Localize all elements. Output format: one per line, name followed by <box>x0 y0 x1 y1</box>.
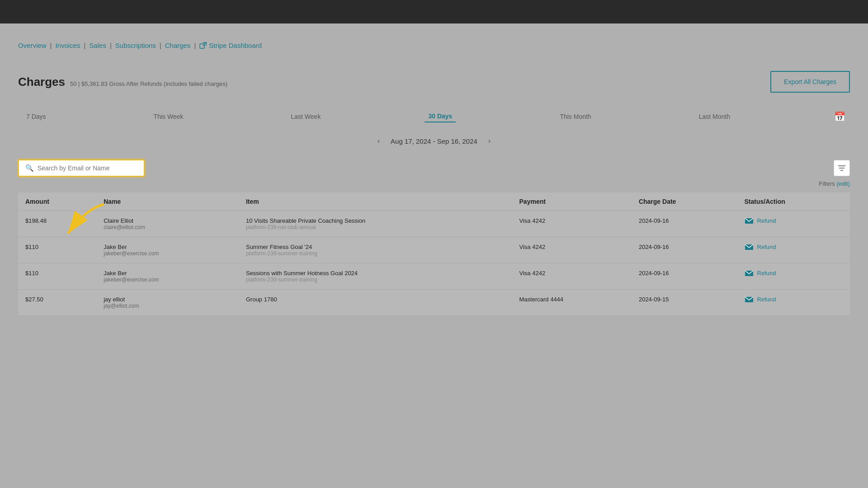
external-link-icon <box>199 42 207 49</box>
charges-meta: 50 | $5,361.83 Gross After Refunds (incl… <box>68 80 227 87</box>
table-row: $110 Jake Ber jakeber@exercise.com Summe… <box>18 237 850 263</box>
nav-overview[interactable]: Overview <box>18 42 47 49</box>
tab-this-week[interactable]: This Week <box>150 111 187 122</box>
tab-last-month[interactable]: Last Month <box>695 111 734 122</box>
cell-date-1: 2024-09-16 <box>632 237 737 263</box>
cell-amount-2: $110 <box>18 263 96 290</box>
table-row: $198.48 Claire Elliot claire@elliot.com … <box>18 211 850 237</box>
cell-amount-0: $198.48 <box>18 211 96 237</box>
search-input[interactable] <box>38 164 137 172</box>
cell-status-1: Refund <box>737 237 850 263</box>
filter-icon <box>838 165 846 171</box>
col-amount: Amount <box>18 192 96 211</box>
col-payment: Payment <box>512 192 632 211</box>
row-item-sub-1: platform-239-summer-training <box>246 250 505 257</box>
col-status-action: Status/Action <box>737 192 850 211</box>
mail-icon-0 <box>745 218 754 224</box>
row-name-0: Claire Elliot <box>104 217 231 224</box>
filter-button[interactable] <box>834 160 850 176</box>
row-email-3: jay@elliot.com <box>104 303 231 309</box>
row-item-sub-0: platform-239-run-club-annual <box>246 224 505 230</box>
cell-item-2: Sessions with Summer Hotness Goal 2024 p… <box>239 263 512 290</box>
cell-payment-1: Visa 4242 <box>512 237 632 263</box>
top-bar <box>0 0 868 23</box>
refund-action-1[interactable]: Refund <box>745 244 843 250</box>
cell-item-0: 10 Visits Shareable Private Coaching Ses… <box>239 211 512 237</box>
row-name-1: Jake Ber <box>104 244 231 250</box>
cell-item-3: Group 1780 <box>239 290 512 316</box>
refund-action-3[interactable]: Refund <box>745 296 843 303</box>
cell-name-1: Jake Ber jakeber@exercise.com <box>96 237 239 263</box>
search-box: 🔍 <box>18 160 145 177</box>
nav-sep-4: | <box>160 42 161 49</box>
date-range-row: ‹ Aug 17, 2024 - Sep 16, 2024 › <box>18 135 850 147</box>
main-container: Overview | Invoices | Sales | Subscripti… <box>0 23 868 488</box>
cell-date-0: 2024-09-16 <box>632 211 737 237</box>
tab-this-month[interactable]: This Month <box>556 111 594 122</box>
nav-bar: Overview | Invoices | Sales | Subscripti… <box>18 42 850 49</box>
col-name: Name <box>96 192 239 211</box>
header-row: Charges 50 | $5,361.83 Gross After Refun… <box>18 71 850 93</box>
cell-name-2: Jake Ber jakeber@exercise.com <box>96 263 239 290</box>
cell-payment-0: Visa 4242 <box>512 211 632 237</box>
row-item-1: Summer Fitness Goal '24 <box>246 244 505 250</box>
cell-status-2: Refund <box>737 263 850 290</box>
table-row: $110 Jake Ber jakeber@exercise.com Sessi… <box>18 263 850 290</box>
nav-sales[interactable]: Sales <box>89 42 106 49</box>
mail-icon-1 <box>745 244 754 250</box>
nav-subscriptions[interactable]: Subscriptions <box>115 42 156 49</box>
nav-charges[interactable]: Charges <box>165 42 191 49</box>
row-email-1: jakeber@exercise.com <box>104 250 231 257</box>
charges-heading: Charges 50 | $5,361.83 Gross After Refun… <box>18 75 227 89</box>
col-charge-date: Charge Date <box>632 192 737 211</box>
row-name-2: Jake Ber <box>104 270 231 277</box>
table-row: $27.50 jay elliot jay@elliot.com Group 1… <box>18 290 850 316</box>
cell-name-0: Claire Elliot claire@elliot.com <box>96 211 239 237</box>
col-item: Item <box>239 192 512 211</box>
cell-payment-2: Visa 4242 <box>512 263 632 290</box>
nav-sep-5: | <box>194 42 196 49</box>
row-email-0: claire@elliot.com <box>104 224 231 230</box>
tab-7-days[interactable]: 7 Days <box>23 111 50 122</box>
row-name-3: jay elliot <box>104 296 231 303</box>
search-icon: 🔍 <box>25 164 34 172</box>
filters-edit-link[interactable]: (edit) <box>836 180 850 187</box>
export-all-charges-button[interactable]: Export All Charges <box>770 71 850 93</box>
row-item-2: Sessions with Summer Hotness Goal 2024 <box>246 270 505 277</box>
calendar-icon[interactable]: 📅 <box>834 111 845 122</box>
cell-item-1: Summer Fitness Goal '24 platform-239-sum… <box>239 237 512 263</box>
filters-label: Filters (edit) <box>18 180 850 187</box>
mail-icon-3 <box>745 296 754 303</box>
date-prev-button[interactable]: ‹ <box>374 135 383 147</box>
nav-sep-3: | <box>110 42 112 49</box>
row-item-0: 10 Visits Shareable Private Coaching Ses… <box>246 217 505 224</box>
row-item-3: Group 1780 <box>246 296 505 303</box>
row-email-2: jakeber@exercise.com <box>104 277 231 283</box>
charges-table: Amount Name Item Payment Charge Date Sta… <box>18 192 850 316</box>
stripe-dashboard-label: Stripe Dashboard <box>209 42 262 49</box>
cell-status-0: Refund <box>737 211 850 237</box>
nav-invoices[interactable]: Invoices <box>55 42 80 49</box>
charges-title: Charges 50 | $5,361.83 Gross After Refun… <box>18 75 227 89</box>
date-next-button[interactable]: › <box>485 135 494 147</box>
refund-action-0[interactable]: Refund <box>745 217 843 224</box>
table-header-row: Amount Name Item Payment Charge Date Sta… <box>18 192 850 211</box>
search-row: 🔍 <box>18 160 850 177</box>
cell-date-3: 2024-09-15 <box>632 290 737 316</box>
tab-30-days[interactable]: 30 Days <box>425 111 456 122</box>
cell-name-3: jay elliot jay@elliot.com <box>96 290 239 316</box>
cell-date-2: 2024-09-16 <box>632 263 737 290</box>
nav-sep-2: | <box>84 42 85 49</box>
nav-stripe-dashboard[interactable]: Stripe Dashboard <box>199 42 262 49</box>
cell-status-3: Refund <box>737 290 850 316</box>
nav-sep-1: | <box>50 42 52 49</box>
cell-payment-3: Mastercard 4444 <box>512 290 632 316</box>
cell-amount-3: $27.50 <box>18 290 96 316</box>
row-item-sub-2: platform-239-summer-training <box>246 277 505 283</box>
mail-icon-2 <box>745 270 754 277</box>
date-range-label: Aug 17, 2024 - Sep 16, 2024 <box>391 137 477 145</box>
refund-action-2[interactable]: Refund <box>745 270 843 277</box>
cell-amount-1: $110 <box>18 237 96 263</box>
date-tabs: 7 Days This Week Last Week 30 Days This … <box>18 111 850 122</box>
tab-last-week[interactable]: Last Week <box>288 111 325 122</box>
